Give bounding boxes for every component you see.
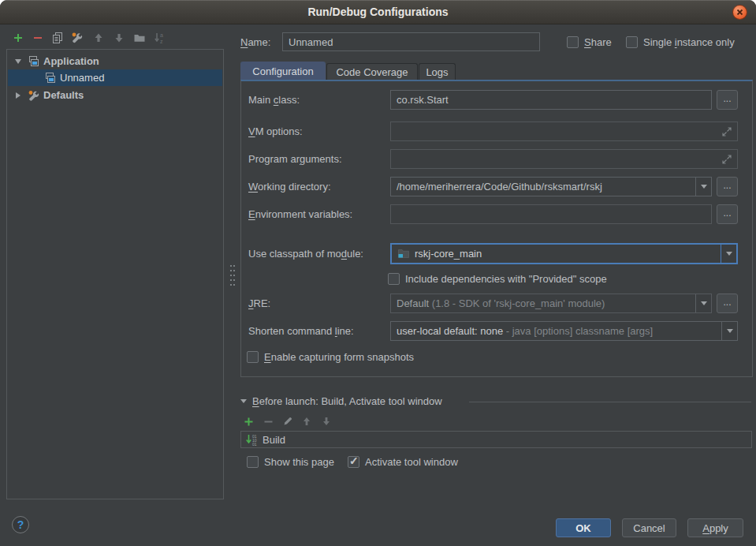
jre-combo[interactable]: Default (1.8 - SDK of 'rskj-core_main' m… <box>390 294 712 313</box>
add-icon <box>244 417 254 427</box>
folder-icon <box>133 32 146 44</box>
before-launch-edit-button[interactable] <box>281 414 295 428</box>
capture-snapshots-label: Enable capturing form snapshots <box>264 351 414 363</box>
pencil-icon <box>282 416 293 427</box>
working-directory-combo[interactable]: /home/meriherrera/Code/Github/rsksmart/r… <box>390 177 712 196</box>
jre-browse-button[interactable]: ... <box>717 294 738 313</box>
before-launch-remove-button[interactable] <box>261 414 275 428</box>
svg-text:a: a <box>160 32 163 38</box>
before-launch-add-button[interactable] <box>241 414 255 428</box>
configurations-tree: Application Unnamed Defaults <box>6 49 224 499</box>
dialog-title: Run/Debug Configurations <box>0 0 756 24</box>
chevron-right-icon[interactable] <box>16 92 20 99</box>
create-folder-button[interactable] <box>132 31 147 45</box>
share-checkbox[interactable]: Share <box>567 36 612 48</box>
question-mark-icon: ? <box>17 518 24 531</box>
checkbox-box <box>388 273 400 285</box>
tree-item-application[interactable]: Application <box>8 53 222 69</box>
include-provided-checkbox[interactable]: Include dependencies with "Provided" sco… <box>388 272 607 285</box>
arrow-up-icon <box>92 32 105 44</box>
activate-tool-window-checkbox[interactable]: Activate tool window <box>348 455 458 468</box>
sort-configurations-button[interactable]: a z <box>153 31 167 45</box>
show-this-page-label: Show this page <box>264 456 334 468</box>
copy-icon <box>51 32 64 44</box>
copy-configuration-button[interactable] <box>50 31 65 45</box>
application-icon <box>44 73 57 84</box>
include-provided-label: Include dependencies with "Provided" sco… <box>405 273 607 285</box>
before-launch-title: Before launch: Build, Activate tool wind… <box>252 395 442 407</box>
expand-field-icon[interactable] <box>721 153 733 166</box>
jre-label: JRE: <box>248 294 270 313</box>
vm-options-field[interactable] <box>390 122 738 141</box>
activate-tool-window-label: Activate tool window <box>365 456 458 468</box>
move-down-button[interactable] <box>112 31 126 45</box>
program-arguments-field[interactable] <box>390 149 738 169</box>
apply-button[interactable]: Apply <box>687 518 743 537</box>
dropdown-arrow-icon[interactable] <box>721 322 737 340</box>
titlebar[interactable]: Run/Debug Configurations <box>0 0 756 24</box>
show-this-page-checkbox[interactable]: Show this page <box>247 455 334 468</box>
before-launch-move-up-button[interactable] <box>300 414 314 428</box>
checkbox-box <box>626 36 638 48</box>
build-icon: 01 10 01 <box>245 433 259 447</box>
environment-variables-field[interactable] <box>390 204 712 224</box>
shorten-command-line-combo[interactable]: user-local default: none - java [options… <box>390 321 738 341</box>
tree-item-label: Unnamed <box>60 72 104 84</box>
before-launch-item-build[interactable]: 01 10 01 Build <box>240 431 752 448</box>
checkbox-box <box>567 36 579 48</box>
name-label: Name: <box>240 32 270 52</box>
dropdown-arrow-icon[interactable] <box>695 294 711 312</box>
before-launch-move-down-button[interactable] <box>319 414 333 428</box>
remove-icon <box>263 417 274 427</box>
move-up-button[interactable] <box>91 31 106 45</box>
module-icon <box>397 248 410 260</box>
checkbox-box <box>247 456 259 468</box>
main-class-field[interactable]: co.rsk.Start <box>390 90 712 110</box>
arrow-down-icon <box>321 416 332 427</box>
tree-item-defaults[interactable]: Defaults <box>8 87 222 103</box>
cancel-button[interactable]: Cancel <box>622 518 676 537</box>
name-input[interactable] <box>282 32 540 51</box>
main-class-label: Main class: <box>248 90 300 110</box>
tree-item-label: Application <box>43 55 99 67</box>
working-directory-browse-button[interactable]: ... <box>717 177 738 196</box>
svg-text:z: z <box>160 39 163 44</box>
single-instance-checkbox[interactable]: Single instance only <box>626 36 735 48</box>
capture-snapshots-checkbox[interactable]: Enable capturing form snapshots <box>247 350 414 363</box>
dropdown-arrow-icon[interactable] <box>695 178 711 196</box>
dropdown-arrow-icon[interactable] <box>721 245 736 263</box>
working-directory-label: Working directory: <box>248 177 331 196</box>
ok-button[interactable]: OK <box>556 518 611 537</box>
before-launch-header[interactable]: Before launch: Build, Activate tool wind… <box>240 395 442 407</box>
wrench-icon <box>28 89 40 102</box>
vm-options-label: VM options: <box>248 122 303 141</box>
arrow-up-icon <box>301 416 312 427</box>
use-classpath-label: Use classpath of module: <box>248 244 363 264</box>
svg-text:01: 01 <box>252 441 257 446</box>
add-configuration-button[interactable] <box>11 31 25 45</box>
remove-icon <box>32 32 43 43</box>
arrow-down-icon <box>113 32 125 44</box>
shorten-command-line-label: Shorten command line: <box>248 321 354 341</box>
remove-configuration-button[interactable] <box>31 31 45 45</box>
add-icon <box>13 32 24 43</box>
sort-alphabetically-icon: a z <box>154 32 166 44</box>
wrench-icon <box>71 32 84 44</box>
tab-code-coverage[interactable]: Code Coverage <box>326 63 418 80</box>
tree-item-label: Defaults <box>43 89 84 101</box>
main-class-browse-button[interactable]: ... <box>717 90 738 110</box>
chevron-down-icon[interactable] <box>240 399 247 403</box>
expand-field-icon[interactable] <box>721 125 733 138</box>
close-button[interactable] <box>732 5 747 20</box>
tab-configuration[interactable]: Configuration <box>240 62 326 80</box>
checkbox-box <box>247 351 259 363</box>
use-classpath-combo[interactable]: rskj-core_main <box>390 243 738 264</box>
panel-splitter[interactable] <box>229 264 235 289</box>
chevron-down-icon[interactable] <box>15 59 21 64</box>
tab-logs[interactable]: Logs <box>419 63 456 80</box>
tree-item-unnamed[interactable]: Unnamed <box>8 69 222 86</box>
help-button[interactable]: ? <box>12 516 29 533</box>
edit-defaults-button[interactable] <box>70 31 84 45</box>
section-divider <box>469 402 751 402</box>
environment-variables-browse-button[interactable]: ... <box>717 204 738 224</box>
